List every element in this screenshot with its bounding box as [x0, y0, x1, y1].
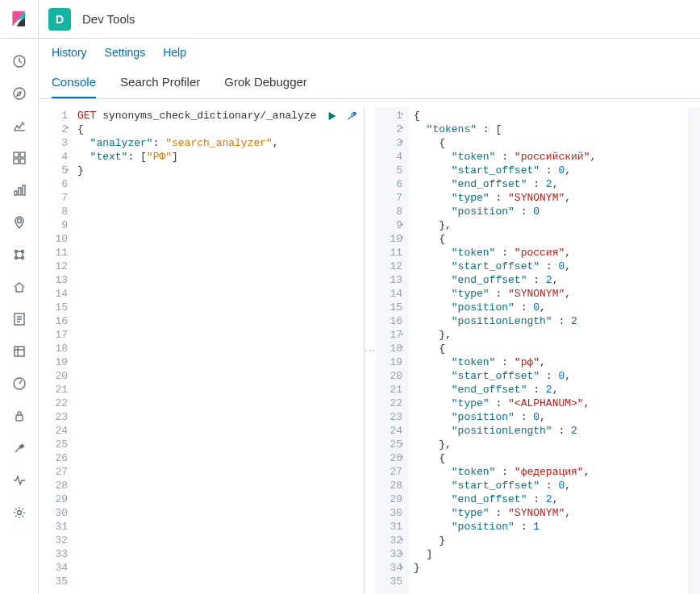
page-title: Dev Tools: [82, 12, 135, 26]
nav-history[interactable]: History: [52, 46, 87, 59]
rail-devtools-icon[interactable]: [0, 432, 39, 464]
rail-compass-icon[interactable]: [0, 77, 39, 110]
svg-rect-4: [14, 159, 19, 164]
rail-canvas-icon[interactable]: [0, 239, 39, 271]
svg-point-18: [17, 511, 21, 515]
tab-search-profiler[interactable]: Search Profiler: [120, 69, 200, 98]
scrollbar[interactable]: [689, 107, 700, 594]
svg-rect-8: [23, 185, 25, 195]
rail-monitoring-icon[interactable]: [0, 368, 39, 400]
svg-rect-2: [14, 152, 19, 157]
rail-timelion-icon[interactable]: [0, 335, 39, 368]
svg-rect-15: [15, 347, 24, 356]
response-viewer[interactable]: { "tokens" : [ { "token" : "российский",…: [409, 107, 689, 588]
app-badge: D: [48, 8, 71, 31]
rail-recent-icon[interactable]: [0, 45, 39, 77]
rail-infra-icon[interactable]: [0, 271, 39, 303]
svg-point-9: [17, 219, 21, 223]
top-nav: HistorySettingsHelp: [39, 39, 700, 65]
response-pane: 1▾2▾3▾456789▴10▾11121314151617▴18▾192021…: [375, 107, 700, 594]
rail-apm-icon[interactable]: [0, 464, 39, 496]
app-header: D Dev Tools: [39, 0, 700, 39]
request-editor[interactable]: GET synonyms_check_dictionary/_analyze{ …: [74, 107, 364, 588]
wrench-icon[interactable]: [344, 109, 359, 123]
request-pane[interactable]: 12▾345▴678910111213141516171819202122232…: [39, 107, 364, 594]
svg-rect-3: [20, 152, 25, 157]
play-icon[interactable]: [325, 109, 340, 123]
kibana-logo[interactable]: [0, 0, 38, 39]
rail-security-icon[interactable]: [0, 400, 39, 432]
svg-rect-6: [15, 191, 17, 195]
rail-map-icon[interactable]: [0, 206, 39, 239]
tab-grok-debugger[interactable]: Grok Debugger: [224, 69, 307, 98]
nav-settings[interactable]: Settings: [105, 46, 146, 59]
svg-rect-7: [19, 188, 21, 195]
rail-logs-icon[interactable]: [0, 303, 39, 335]
tabs: ConsoleSearch ProfilerGrok Debugger: [39, 65, 700, 99]
tab-console[interactable]: Console: [52, 69, 96, 98]
rail-management-icon[interactable]: [0, 496, 39, 529]
response-gutter: 1▾2▾3▾456789▴10▾11121314151617▴18▾192021…: [375, 107, 409, 594]
console: 12▾345▴678910111213141516171819202122232…: [39, 99, 700, 594]
request-gutter: 12▾345▴678910111213141516171819202122232…: [39, 107, 74, 594]
sidebar-rail: [0, 0, 39, 594]
svg-point-1: [14, 88, 25, 99]
svg-rect-5: [20, 159, 25, 164]
nav-help[interactable]: Help: [163, 46, 186, 59]
svg-rect-17: [16, 415, 23, 421]
rail-visualize-icon[interactable]: [0, 110, 39, 142]
resize-handle[interactable]: ⋮: [364, 107, 375, 594]
rail-graph-icon[interactable]: [0, 174, 39, 206]
rail-dashboard-icon[interactable]: [0, 142, 39, 174]
